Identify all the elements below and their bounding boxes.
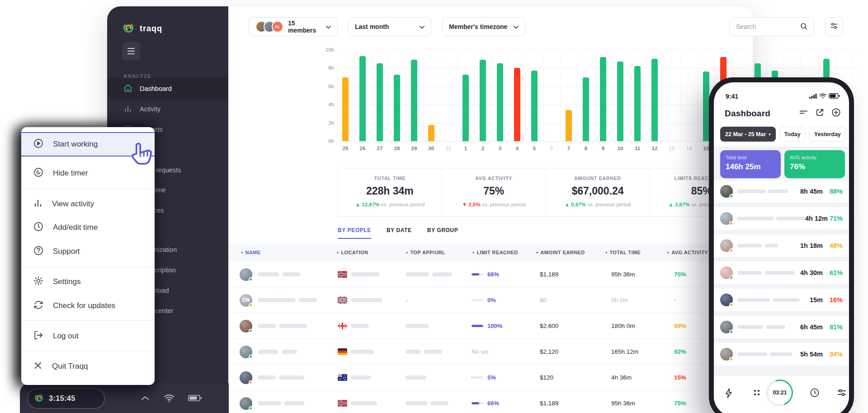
chart-bar-day-28[interactable] — [394, 75, 400, 141]
placeholder-bar — [406, 350, 421, 354]
menu-item-support[interactable]: Support — [21, 240, 155, 263]
menu-item-quit-traqq[interactable]: Quit Traqq — [21, 355, 155, 378]
y-tick-label: 10h — [319, 47, 334, 52]
gridline — [338, 50, 858, 50]
chart-bar-day-27[interactable] — [377, 63, 383, 141]
chart-bar-day-3[interactable] — [497, 63, 503, 141]
chart-bar-day-7[interactable] — [566, 110, 572, 141]
name-placeholder — [737, 244, 778, 247]
menu-item-check-for-updates[interactable]: Check for updates — [21, 294, 155, 318]
phone-member-row[interactable]: 5h 54m34% — [714, 343, 849, 366]
chart-bar-day-15[interactable] — [703, 71, 709, 141]
limit-value: 100% — [487, 323, 502, 329]
menu-item-add-edit-time[interactable]: Add/edit time — [21, 216, 155, 239]
sort-icon[interactable] — [799, 108, 808, 119]
top-app-cell — [406, 365, 426, 390]
column-header-limit-reached[interactable]: ▾LIMIT REACHED — [472, 243, 518, 261]
menu-item-view-activity[interactable]: View activity — [21, 192, 155, 216]
phone-member-row[interactable]: 4h 12m71% — [714, 207, 849, 230]
menu-item-log-out[interactable]: Log out — [21, 324, 155, 348]
phone-member-row[interactable]: 8h 45m88% — [714, 180, 849, 203]
column-header-avg-activity[interactable]: ▾AVG ACTIVITY — [667, 243, 708, 261]
table-row[interactable]: 100%$2,600180h 0m59% — [228, 313, 753, 339]
sidebar-collapse-button[interactable] — [122, 42, 140, 60]
table-row[interactable]: No set$2,120165h 12m92% — [228, 339, 753, 365]
phone-card-partial — [849, 150, 849, 178]
phone-member-row[interactable]: 1h 18m48% — [714, 234, 849, 257]
timezone-dropdown-label: Member's timezone — [449, 23, 507, 30]
chart-bar-day-1[interactable] — [462, 75, 469, 141]
column-header-name[interactable]: ▾NAME — [241, 243, 260, 261]
phone-member-row[interactable]: 4h 30m61% — [714, 261, 849, 284]
table-row[interactable]: CW-0%$00h 0m- — [228, 287, 753, 313]
chart-bar-day-5[interactable] — [531, 71, 538, 141]
phone-row-time: 1h 18m — [800, 242, 823, 249]
chart-bar-day-8[interactable] — [583, 77, 589, 141]
sidebar-item-activity[interactable]: Activity — [107, 98, 228, 120]
chart-bar-day-12[interactable] — [651, 59, 658, 141]
battery-icon[interactable] — [188, 383, 202, 413]
table-row[interactable]: 66%$1,18995h 36m75% — [228, 261, 753, 287]
phone-timer-button[interactable]: 03:21 — [767, 380, 793, 406]
limit-progress — [472, 273, 483, 275]
filter-button[interactable] — [825, 17, 843, 36]
column-header-location[interactable]: ▾LOCATION — [337, 243, 368, 261]
tab-by-group[interactable]: BY GROUP — [427, 227, 458, 239]
members-dropdown[interactable]: AL 15 members — [249, 17, 338, 36]
chart-bar-day-9[interactable] — [600, 57, 606, 141]
column-header-top-app-url[interactable]: ▾TOP APP/URL — [406, 243, 445, 261]
placeholder-bar — [430, 401, 448, 405]
clock-icon[interactable] — [810, 388, 820, 399]
chart-bar-day-29[interactable] — [411, 60, 417, 141]
placeholder-bar — [770, 352, 793, 356]
name-placeholder — [737, 190, 788, 193]
phone-chip-yesterday[interactable]: Yesterday — [809, 127, 846, 142]
sidebar-item-dashboard[interactable]: Dashboard — [107, 78, 228, 100]
x-tick-label: 11 — [632, 146, 643, 151]
lightning-icon[interactable] — [724, 388, 734, 400]
sliders-icon[interactable] — [837, 388, 847, 399]
search-input[interactable]: Search — [729, 17, 814, 36]
timezone-dropdown[interactable]: Member's timezone — [442, 17, 525, 36]
phone-summary-cards: Total time146h 25mAVG activity76% — [720, 150, 849, 178]
add-icon[interactable] — [831, 108, 841, 119]
avatar — [240, 397, 252, 410]
phone-member-row[interactable]: 15m16% — [714, 289, 849, 311]
tray-timer-widget[interactable]: 3:15:45 — [27, 388, 105, 409]
chart-bar-day-11[interactable] — [634, 66, 641, 141]
phone-chip-today[interactable]: Today — [779, 127, 806, 142]
question-circle-icon — [33, 245, 44, 258]
chart-bar-day-2[interactable] — [480, 60, 486, 141]
avg-activity-cell: 75% — [674, 390, 686, 413]
period-dropdown[interactable]: Last month — [348, 17, 431, 36]
phone-row-activity: 71% — [828, 215, 843, 222]
chart-bar-day-30[interactable] — [428, 125, 434, 141]
apps-grid-icon[interactable] — [752, 388, 762, 399]
chart-bar-day-4[interactable] — [514, 68, 520, 141]
tab-by-people[interactable]: BY PEOPLE — [338, 227, 371, 239]
export-icon[interactable] — [815, 108, 825, 119]
battery-icon — [829, 92, 840, 100]
phone-date-chips: 22 Mar - 25 Mar ▾TodayYesterday — [720, 127, 849, 142]
table-row[interactable]: 66%$1,18995h 36m75% — [228, 390, 753, 413]
name-placeholder — [258, 365, 304, 390]
avatar — [240, 320, 252, 332]
table-row[interactable]: 5%$1204h 36m15% — [228, 365, 753, 390]
column-header-amoint-earned[interactable]: ▾AMOINT EARNED — [536, 243, 585, 261]
menu-item-settings[interactable]: Settings — [21, 270, 155, 294]
dashboard-content: AL 15 members Last month Member's timezo… — [228, 6, 753, 413]
amount-cell: $0 — [540, 287, 547, 313]
chart-bar-day-25[interactable] — [342, 77, 349, 141]
x-tick-label: 7 — [563, 146, 575, 151]
tab-by-date[interactable]: BY DATE — [387, 227, 412, 239]
top-app-cell — [406, 261, 452, 287]
tray-chevron-up[interactable] — [141, 383, 149, 413]
chart-bar-day-26[interactable] — [359, 56, 366, 141]
phone-member-row[interactable]: 6h 45m81% — [714, 316, 849, 338]
column-header-total-time[interactable]: ▾TOTAL TIME — [605, 243, 641, 261]
chart-bar-day-10[interactable] — [617, 62, 623, 141]
phone-chip-22-mar-25-mar[interactable]: 22 Mar - 25 Mar ▾ — [720, 127, 776, 142]
wifi-icon[interactable] — [164, 383, 175, 413]
status-dot — [729, 194, 733, 198]
placeholder-bar — [283, 272, 301, 276]
